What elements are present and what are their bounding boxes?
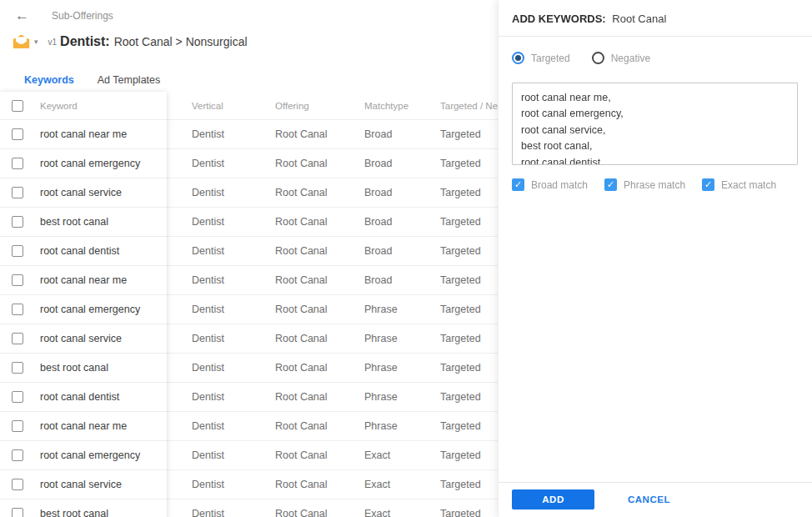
chevron-down-icon[interactable]: ▾ bbox=[34, 38, 38, 46]
radio-targeted-control[interactable] bbox=[512, 52, 524, 64]
cell-matchtype: Broad bbox=[364, 216, 440, 228]
cell-offering: Root Canal bbox=[275, 304, 364, 315]
keyword-row: root canal emergency bbox=[0, 441, 167, 470]
table-row: Dentist Root Canal Phrase Targeted bbox=[167, 383, 498, 412]
table-row: Dentist Root Canal Broad Targeted bbox=[167, 149, 498, 178]
cell-targeted: Targeted bbox=[440, 508, 498, 517]
keywords-table-columns: Vertical Offering Matchtype Targeted / N… bbox=[167, 92, 498, 517]
cancel-button[interactable]: CANCEL bbox=[628, 494, 670, 504]
row-checkbox[interactable] bbox=[12, 420, 23, 432]
cell-vertical: Dentist bbox=[192, 304, 275, 315]
keyword-row: best root canal bbox=[0, 499, 167, 517]
row-checkbox[interactable] bbox=[12, 391, 23, 403]
row-checkbox[interactable] bbox=[12, 333, 23, 344]
cell-keyword: root canal dentist bbox=[40, 391, 119, 403]
cell-targeted: Targeted bbox=[440, 449, 498, 461]
table-row: Dentist Root Canal Phrase Targeted bbox=[167, 354, 498, 383]
cell-offering: Root Canal bbox=[275, 449, 364, 461]
cell-matchtype: Phrase bbox=[364, 362, 440, 374]
keyword-row: best root canal bbox=[0, 354, 167, 383]
keyword-type-radios: Targeted Negative bbox=[512, 52, 799, 64]
checkbox-phrase-control[interactable]: ✓ bbox=[604, 178, 617, 191]
cell-vertical: Dentist bbox=[192, 449, 275, 461]
cell-vertical: Dentist bbox=[192, 333, 275, 344]
row-checkbox[interactable] bbox=[12, 479, 23, 490]
radio-negative[interactable]: Negative bbox=[592, 52, 650, 64]
keyword-row: root canal service bbox=[0, 178, 167, 208]
panel-title: ADD KEYWORDS: Root Canal bbox=[499, 0, 812, 37]
match-type-checkboxes: ✓ Broad match ✓ Phrase match ✓ Exact mat… bbox=[512, 178, 799, 191]
cell-keyword: root canal service bbox=[40, 187, 122, 198]
row-checkbox[interactable] bbox=[12, 245, 23, 257]
cell-keyword: root canal emergency bbox=[40, 449, 140, 461]
cell-matchtype: Broad bbox=[364, 274, 440, 286]
row-checkbox[interactable] bbox=[12, 187, 23, 198]
checkbox-phrase-match[interactable]: ✓ Phrase match bbox=[604, 178, 685, 191]
cell-vertical: Dentist bbox=[192, 391, 275, 403]
table-row: Dentist Root Canal Exact Targeted bbox=[167, 441, 498, 470]
checkbox-exact-control[interactable]: ✓ bbox=[702, 178, 714, 191]
checkbox-broad-match[interactable]: ✓ Broad match bbox=[512, 178, 588, 191]
cell-keyword: root canal near me bbox=[40, 420, 127, 432]
cell-offering: Root Canal bbox=[275, 128, 364, 140]
cell-targeted: Targeted bbox=[440, 304, 498, 315]
cell-matchtype: Phrase bbox=[364, 304, 440, 315]
cell-targeted: Targeted bbox=[440, 479, 498, 490]
keyword-row: root canal dentist bbox=[0, 383, 167, 412]
select-all-checkbox[interactable] bbox=[12, 100, 23, 112]
panel-footer: ADD CANCEL bbox=[499, 482, 812, 516]
column-header-targeted: Targeted / Negat bbox=[440, 101, 498, 111]
breadcrumb-label[interactable]: Sub-Offerings bbox=[52, 10, 113, 22]
cell-vertical: Dentist bbox=[192, 479, 275, 490]
cell-vertical: Dentist bbox=[192, 128, 275, 140]
column-header-keyword: Keyword bbox=[40, 101, 78, 111]
cell-offering: Root Canal bbox=[275, 274, 364, 286]
column-header-matchtype: Matchtype bbox=[364, 101, 440, 111]
cell-targeted: Targeted bbox=[440, 420, 498, 432]
keyword-row: root canal service bbox=[0, 470, 167, 499]
radio-negative-control[interactable] bbox=[592, 52, 604, 64]
column-header-offering: Offering bbox=[275, 101, 364, 111]
cell-vertical: Dentist bbox=[192, 420, 275, 432]
cell-vertical: Dentist bbox=[192, 187, 275, 198]
keyword-column-body: root canal near me root canal emergency … bbox=[0, 120, 167, 517]
table-row: Dentist Root Canal Exact Targeted bbox=[167, 499, 498, 517]
keyword-row: root canal emergency bbox=[0, 149, 167, 178]
cell-keyword: root canal emergency bbox=[40, 158, 140, 169]
cell-keyword: root canal emergency bbox=[40, 304, 140, 315]
page-title-vertical: Dentist: bbox=[60, 34, 110, 49]
keyword-column: Keyword root canal near me root canal em… bbox=[0, 92, 167, 517]
cell-keyword: best root canal bbox=[40, 216, 108, 228]
radio-targeted[interactable]: Targeted bbox=[512, 52, 570, 64]
keyword-row: root canal dentist bbox=[0, 237, 167, 266]
keywords-textarea[interactable]: root canal near me, root canal emergency… bbox=[512, 83, 798, 165]
keyword-row: root canal near me bbox=[0, 266, 167, 295]
version-label: v1 bbox=[48, 38, 58, 47]
page-title-path: Root Canal > Nonsurgical bbox=[114, 35, 248, 48]
cell-vertical: Dentist bbox=[192, 508, 275, 517]
cell-targeted: Targeted bbox=[440, 333, 498, 344]
add-button[interactable]: ADD bbox=[512, 489, 594, 509]
row-checkbox[interactable] bbox=[12, 508, 23, 517]
row-checkbox[interactable] bbox=[12, 158, 23, 169]
cell-targeted: Targeted bbox=[440, 187, 498, 198]
row-checkbox[interactable] bbox=[12, 304, 23, 315]
checkbox-exact-match[interactable]: ✓ Exact match bbox=[702, 178, 776, 191]
back-arrow-icon[interactable]: ← bbox=[15, 8, 29, 23]
cell-offering: Root Canal bbox=[275, 508, 364, 517]
row-checkbox[interactable] bbox=[12, 362, 23, 374]
envelope-icon[interactable] bbox=[12, 34, 31, 49]
row-checkbox[interactable] bbox=[12, 128, 23, 140]
row-checkbox[interactable] bbox=[12, 449, 23, 461]
cell-keyword: root canal near me bbox=[40, 128, 127, 140]
cell-matchtype: Broad bbox=[364, 187, 440, 198]
cell-offering: Root Canal bbox=[275, 216, 364, 228]
table-row: Dentist Root Canal Phrase Targeted bbox=[167, 324, 498, 354]
row-checkbox[interactable] bbox=[12, 216, 23, 228]
table-row: Dentist Root Canal Broad Targeted bbox=[167, 237, 498, 266]
checkbox-broad-control[interactable]: ✓ bbox=[512, 178, 524, 191]
cell-matchtype: Phrase bbox=[364, 420, 440, 432]
cell-targeted: Targeted bbox=[440, 391, 498, 403]
row-checkbox[interactable] bbox=[12, 274, 23, 286]
checkbox-broad-label: Broad match bbox=[531, 179, 588, 191]
